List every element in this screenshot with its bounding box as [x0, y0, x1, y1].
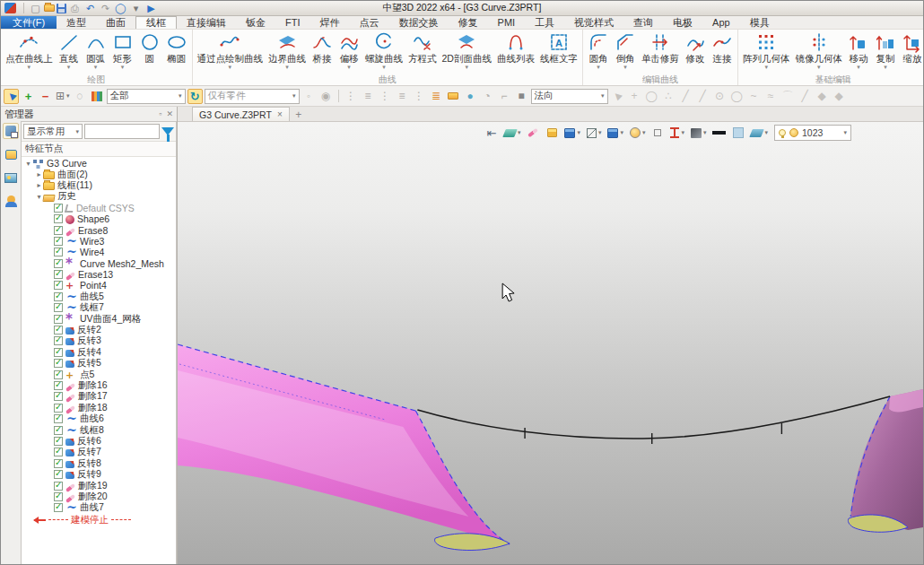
- 3d-canvas[interactable]: ▾▾▾▾▾▾▾▾1023▾: [178, 122, 923, 565]
- tree-checkbox[interactable]: [54, 226, 63, 235]
- tree-checkbox[interactable]: [54, 248, 63, 256]
- shaded-display-button[interactable]: ▾: [607, 126, 623, 140]
- menu-tab-9[interactable]: 数据交换: [389, 16, 449, 29]
- history-stop-marker[interactable]: 建模停止: [22, 514, 176, 526]
- wireframe-display-button[interactable]: ▾: [587, 126, 602, 140]
- tree-item-23[interactable]: 删除18: [22, 403, 176, 413]
- tree-checkbox[interactable]: [54, 326, 63, 335]
- exit-sketch-button[interactable]: [485, 126, 498, 140]
- app-logo[interactable]: [4, 3, 16, 13]
- play-icon[interactable]: ▶: [144, 2, 158, 14]
- layer-icon-4[interactable]: ≡: [395, 89, 410, 104]
- ribbon-button-chamfer[interactable]: 倒角▾: [612, 30, 639, 70]
- ribbon-button-section-curve[interactable]: 2D剖面曲线▾: [440, 30, 494, 70]
- dropdown-arrow-icon[interactable]: ▾: [129, 2, 143, 14]
- pin-hand-icon[interactable]: +: [627, 89, 642, 104]
- center-snap-icon[interactable]: ⊙: [712, 89, 728, 104]
- ribbon-button-pattern[interactable]: 阵列几何体▾: [740, 30, 793, 70]
- ribbon-button-trim[interactable]: 单击修剪: [639, 30, 682, 70]
- filter-all-combo[interactable]: 全部▾: [107, 89, 186, 104]
- menu-tab-7[interactable]: 焊件: [310, 16, 350, 29]
- globe-snap-icon[interactable]: ◉: [318, 89, 334, 104]
- tree-checkbox[interactable]: [54, 214, 63, 223]
- save-icon[interactable]: [57, 4, 66, 13]
- web-icon[interactable]: ●: [463, 89, 478, 104]
- tree-checkbox[interactable]: [54, 315, 63, 324]
- tree-item-19[interactable]: 反转5: [22, 358, 176, 369]
- expand-select-icon[interactable]: ⊞▾: [55, 89, 71, 104]
- tree-item-28[interactable]: 反转8: [22, 458, 176, 469]
- tree-checkbox[interactable]: [54, 448, 63, 456]
- tree-item-22[interactable]: 删除17: [22, 391, 176, 402]
- select-cursor-icon[interactable]: ▶: [4, 89, 19, 104]
- tree-item-13[interactable]: 曲线5: [22, 291, 176, 302]
- tree-filter-combo[interactable]: 显示常用▾: [23, 124, 83, 139]
- tree-item-14[interactable]: 线框7: [22, 302, 176, 313]
- tree-item-7[interactable]: Erase8: [22, 224, 176, 235]
- tree-item-3[interactable]: ▸线框(11): [22, 180, 176, 191]
- paint-surface-button[interactable]: ▾: [504, 126, 521, 140]
- ribbon-button-mirror[interactable]: 镜像几何体▾: [792, 30, 845, 70]
- menu-tab-14[interactable]: 查询: [623, 16, 663, 29]
- ribbon-button-equation[interactable]: 方程式: [405, 30, 440, 70]
- tree-checkbox[interactable]: [54, 204, 63, 213]
- menu-tab-17[interactable]: 模具: [740, 16, 780, 29]
- tree-checkbox[interactable]: [54, 437, 63, 446]
- shape-browser-icon[interactable]: [3, 146, 19, 162]
- tree-item-20[interactable]: 点5: [22, 369, 176, 379]
- tree-item-2[interactable]: ▸曲面(2): [22, 169, 176, 179]
- pick-arrow-icon[interactable]: ▶: [610, 89, 625, 104]
- document-tab[interactable]: G3 Curve.Z3PRT ×: [192, 107, 290, 121]
- tree-checkbox[interactable]: [54, 470, 63, 479]
- list-manager-icon[interactable]: ≣: [429, 89, 444, 104]
- plane-display-button[interactable]: [732, 126, 745, 140]
- tree-item-18[interactable]: 反转4: [22, 347, 176, 358]
- tree-item-24[interactable]: 曲线6: [22, 413, 176, 424]
- face2-snap-icon[interactable]: ◆: [832, 89, 847, 104]
- midline-snap-icon[interactable]: ╱: [695, 89, 710, 104]
- tree-item-25[interactable]: 线框8: [22, 424, 176, 435]
- ribbon-button-point-on-curve[interactable]: 点在曲线上▾: [3, 30, 56, 70]
- tree-expander[interactable]: ▾: [24, 160, 32, 168]
- ribbon-button-curve-through-points[interactable]: 通过点绘制曲线▾: [195, 30, 266, 70]
- ribbon-button-move[interactable]: 移动▾: [845, 30, 872, 70]
- menu-tab-12[interactable]: 工具: [525, 16, 564, 29]
- ribbon-button-copy[interactable]: 复制▾: [872, 30, 899, 70]
- tree-checkbox[interactable]: [54, 492, 63, 501]
- play-circle-icon[interactable]: ◯: [644, 89, 659, 104]
- surface-display-button[interactable]: ▾: [751, 126, 768, 140]
- circle-snap-icon[interactable]: ◯: [729, 89, 745, 104]
- tree-checkbox[interactable]: [54, 303, 63, 312]
- point-snap-icon[interactable]: ◦: [301, 89, 317, 104]
- tree-item-6[interactable]: Shape6: [22, 213, 176, 224]
- menu-tab-15[interactable]: 电极: [663, 16, 702, 29]
- add-icon[interactable]: +: [21, 89, 36, 104]
- tree-item-15[interactable]: UV曲面4_网格: [22, 313, 176, 324]
- tree-checkbox[interactable]: [54, 270, 63, 279]
- tree-item-26[interactable]: 反转6: [22, 436, 176, 447]
- tree-item-11[interactable]: Erase13: [22, 269, 176, 280]
- menu-tab-13[interactable]: 视觉样式: [564, 16, 623, 29]
- light-layer-combo[interactable]: 1023▾: [774, 125, 851, 141]
- tree-checkbox[interactable]: [54, 336, 63, 345]
- menu-file-button[interactable]: 文件(F): [1, 16, 57, 29]
- ribbon-button-helix[interactable]: 螺旋曲线▾: [362, 30, 405, 70]
- tree-item-8[interactable]: Wire3: [22, 236, 176, 247]
- layer-icon-2[interactable]: ≡: [361, 89, 376, 104]
- tree-item-16[interactable]: 反转2: [22, 325, 176, 335]
- tree-checkbox[interactable]: [54, 237, 63, 246]
- layer-icon-3[interactable]: ⋮: [378, 89, 393, 104]
- tree-item-10[interactable]: Curve Mesh2_Mesh: [22, 258, 176, 269]
- dots-snap-icon[interactable]: ∴: [661, 89, 676, 104]
- bounding-box-button[interactable]: [545, 126, 558, 140]
- tree-checkbox[interactable]: [54, 381, 63, 390]
- ribbon-button-arc[interactable]: 圆弧▾: [83, 30, 109, 70]
- ribbon-button-fillet[interactable]: 圆角▾: [585, 30, 612, 70]
- spline-snap-icon[interactable]: ≈: [763, 89, 779, 104]
- dark-square-icon[interactable]: ■: [514, 89, 529, 104]
- bracket-icon[interactable]: ⌐: [497, 89, 512, 104]
- tree-checkbox[interactable]: [54, 392, 63, 401]
- ribbon-button-circle[interactable]: 圆: [136, 30, 163, 70]
- ribbon-button-modify[interactable]: 修改: [682, 30, 709, 70]
- layer-icon-1[interactable]: ⋮: [344, 89, 359, 104]
